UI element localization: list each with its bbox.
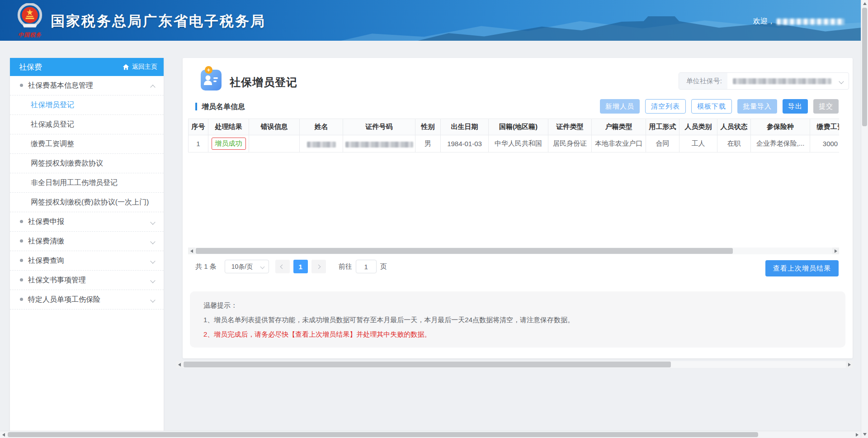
- add-person-button[interactable]: 新增人员: [600, 99, 640, 114]
- table-row[interactable]: 1增员成功男1984-01-03中华人民共和国居民身份证本地非农业户口合同工人在…: [189, 135, 840, 152]
- scroll-left-arrow[interactable]: [176, 361, 183, 368]
- goto-label: 前往: [339, 262, 352, 271]
- person-card-icon: +: [201, 70, 222, 90]
- sidebar-menu: 社保费基本信息管理社保增员登记社保减员登记缴费工资调整网签授权划缴费款协议非全日…: [10, 76, 164, 309]
- unit-social-number-value: [727, 73, 849, 89]
- sidebar-item-label: 社保费基本信息管理: [28, 81, 93, 89]
- scroll-down-arrow[interactable]: [861, 431, 868, 438]
- content-horizontal-scrollbar[interactable]: [176, 361, 853, 368]
- chevron-up-icon: [150, 85, 155, 90]
- site-title: 国家税务总局广东省电子税务局: [51, 12, 266, 31]
- sidebar-item-1[interactable]: 社保增员登记: [10, 95, 164, 115]
- scroll-left-arrow[interactable]: [188, 248, 195, 254]
- sidebar-item-8[interactable]: 社保费清缴: [10, 232, 164, 251]
- top-header: 中国税务 国家税务总局广东省电子税务局 欢迎，: [0, 0, 861, 41]
- sidebar-item-10[interactable]: 社保文书事项管理: [10, 271, 164, 290]
- masked-unit-value: [733, 78, 831, 84]
- next-page-button[interactable]: [311, 260, 326, 273]
- template-download-button[interactable]: 模板下载: [691, 99, 732, 114]
- sidebar: 社保费 返回主页 社保费基本信息管理社保增员登记社保减员登记缴费工资调整网签授权…: [10, 58, 164, 431]
- submit-button[interactable]: 提交: [813, 99, 839, 114]
- table-cell: 在职: [717, 135, 751, 152]
- unit-social-number-label: 单位社保号:: [679, 73, 727, 89]
- clear-list-button[interactable]: 清空列表: [645, 99, 686, 114]
- sidebar-item-4[interactable]: 网签授权划缴费款协议: [10, 154, 164, 173]
- table-cell: 3000: [810, 135, 840, 152]
- view-last-result-button[interactable]: 查看上次增员结果: [765, 260, 839, 276]
- table-cell: [343, 135, 415, 152]
- main-panel: + 社保增员登记 单位社保号: 增员名单信息 新增人员清空列表模板下载批量导入导…: [183, 58, 853, 358]
- scroll-left-arrow[interactable]: [0, 431, 7, 438]
- sidebar-item-0[interactable]: 社保费基本信息管理: [10, 76, 164, 95]
- batch-import-button[interactable]: 批量导入: [737, 99, 777, 114]
- page-title: 社保增员登记: [230, 75, 297, 90]
- app: 中国税务 国家税务总局广东省电子税务局 欢迎， 社保费 返回主页 社保费基本信息…: [0, 0, 868, 438]
- tips-line: 1、增员名单列表提供暂存功能，未成功增员数据可暂存至本月最后一天，本月最后一天2…: [203, 315, 845, 324]
- sidebar-item-2[interactable]: 社保减员登记: [10, 115, 164, 134]
- table-header-cell: 参保险种: [751, 119, 810, 135]
- unit-social-number-select[interactable]: 单位社保号:: [679, 72, 849, 90]
- table-header-cell: 户籍类型: [592, 119, 646, 135]
- export-button[interactable]: 导出: [783, 99, 808, 114]
- scroll-right-arrow[interactable]: [854, 431, 861, 438]
- viewport-vertical-scrollbar[interactable]: [861, 0, 868, 438]
- prev-page-button[interactable]: [275, 260, 290, 273]
- goto-page-input[interactable]: [356, 260, 377, 273]
- table-header-cell: 国籍(地区籍): [489, 119, 548, 135]
- scroll-right-arrow[interactable]: [832, 248, 839, 254]
- scrollbar-thumb[interactable]: [8, 432, 758, 437]
- page-size-select[interactable]: 10条/页: [225, 260, 269, 273]
- table-cell: 本地非农业户口: [592, 135, 646, 152]
- insured-list-table: 序号处理结果错误信息姓名证件号码性别出生日期国籍(地区籍)证件类型户籍类型用工形…: [188, 119, 839, 152]
- scrollbar-thumb[interactable]: [184, 362, 671, 367]
- sidebar-item-3[interactable]: 缴费工资调整: [10, 134, 164, 154]
- table-cell: 增员成功: [208, 135, 249, 152]
- chevron-down-icon: [150, 239, 155, 244]
- sidebar-item-label: 网签授权划缴税(费)款协议(一次上门): [31, 198, 149, 206]
- table-cell: [249, 135, 300, 152]
- sidebar-item-11[interactable]: 特定人员单项工伤保险: [10, 290, 164, 309]
- table-horizontal-scrollbar[interactable]: [188, 248, 839, 254]
- sidebar-item-label: 社保费查询: [28, 257, 64, 264]
- tax-emblem-logo: 中国税务: [12, 3, 48, 39]
- bullet-icon: [20, 220, 23, 223]
- total-count: 共 1 条: [195, 262, 217, 271]
- table-cell: 工人: [679, 135, 717, 152]
- viewport-horizontal-scrollbar[interactable]: [0, 431, 861, 438]
- sidebar-item-label: 缴费工资调整: [31, 140, 74, 148]
- sidebar-item-9[interactable]: 社保费查询: [10, 251, 164, 271]
- table-header-cell: 姓名: [300, 119, 343, 135]
- scroll-up-arrow[interactable]: [861, 0, 868, 7]
- insured-list-table-wrap: 序号处理结果错误信息姓名证件号码性别出生日期国籍(地区籍)证件类型户籍类型用工形…: [188, 119, 839, 244]
- scrollbar-thumb[interactable]: [862, 8, 867, 126]
- tips-lines: 1、增员名单列表提供暂存功能，未成功增员数据可暂存至本月最后一天，本月最后一天2…: [203, 315, 845, 338]
- chevron-down-icon: [150, 219, 155, 224]
- return-home-link[interactable]: 返回主页: [123, 63, 157, 71]
- sidebar-header: 社保费 返回主页: [10, 58, 164, 76]
- chevron-down-icon: [839, 79, 844, 84]
- plus-badge-icon: +: [205, 66, 212, 74]
- current-page-button[interactable]: 1: [293, 260, 308, 273]
- table-header-cell: 序号: [189, 119, 208, 135]
- tips-line: 2、增员完成后，请务必尽快【查看上次增员结果】并处理其中失败的数据。: [203, 330, 845, 338]
- page-size-value: 10条/页: [231, 263, 253, 270]
- bullet-icon: [20, 239, 23, 243]
- scroll-right-arrow[interactable]: [846, 361, 853, 368]
- masked-username: [777, 19, 844, 25]
- sidebar-item-5[interactable]: 非全日制用工工伤增员登记: [10, 173, 164, 193]
- sidebar-item-label: 社保减员登记: [31, 120, 74, 128]
- table-cell: 合同: [646, 135, 679, 152]
- tips-box: 温馨提示： 1、增员名单列表提供暂存功能，未成功增员数据可暂存至本月最后一天，本…: [190, 291, 845, 348]
- sidebar-item-6[interactable]: 网签授权划缴税(费)款协议(一次上门): [10, 193, 164, 212]
- table-header-cell: 人员类别: [679, 119, 717, 135]
- sidebar-item-label: 非全日制用工工伤增员登记: [31, 179, 118, 186]
- sidebar-item-7[interactable]: 社保费申报: [10, 212, 164, 232]
- table-header-cell: 证件类型: [548, 119, 592, 135]
- scrollbar-thumb[interactable]: [196, 248, 733, 254]
- tips-title: 温馨提示：: [203, 301, 845, 309]
- sidebar-item-label: 社保费申报: [28, 218, 64, 225]
- masked-value: [345, 142, 413, 148]
- table-cell: 中华人民共和国: [489, 135, 548, 152]
- chevron-down-icon: [150, 278, 155, 283]
- table-header-cell: 错误信息: [249, 119, 300, 135]
